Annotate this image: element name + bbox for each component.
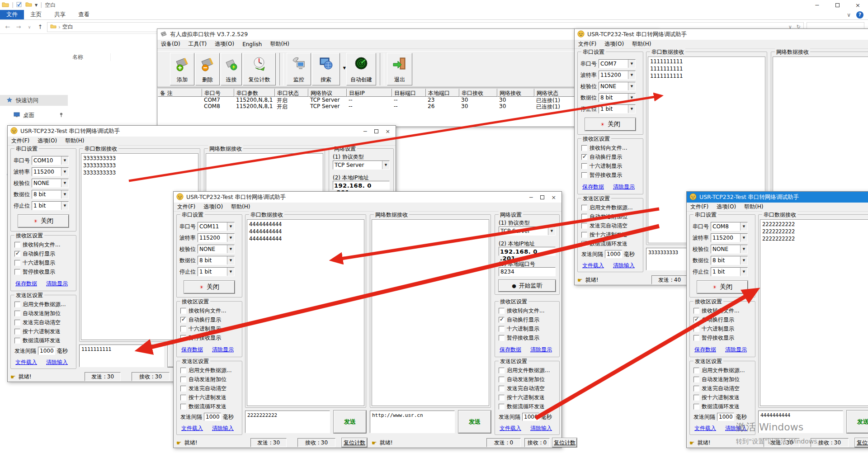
- load-file-link[interactable]: 文件载入: [582, 262, 604, 269]
- chevron-down-icon[interactable]: ▼: [61, 179, 68, 187]
- clear-display-link[interactable]: 清除显示: [725, 346, 747, 354]
- chevron-down-icon[interactable]: ▼: [740, 222, 747, 231]
- maximize-button[interactable]: [827, 0, 848, 10]
- parity-select[interactable]: NONE▼: [198, 245, 235, 254]
- menu-file[interactable]: 文件(F): [578, 40, 596, 48]
- auto-send-append-checkbox[interactable]: [581, 214, 587, 220]
- close-port-button[interactable]: ☀关闭: [184, 281, 235, 293]
- chevron-down-icon[interactable]: ▼: [61, 156, 68, 165]
- clear-input-link[interactable]: 清除输入: [212, 425, 234, 432]
- com-select[interactable]: COM8▼: [711, 222, 748, 231]
- chevron-down-icon[interactable]: ▼: [740, 268, 747, 276]
- network-send-input[interactable]: http://www.usr.cn: [370, 411, 455, 433]
- table-header[interactable]: 本地端口: [426, 89, 459, 97]
- menu-english[interactable]: English: [242, 41, 262, 47]
- pause-receive-checkbox[interactable]: [14, 269, 20, 275]
- close-button[interactable]: ×: [848, 0, 868, 10]
- receive-to-file-checkbox[interactable]: [581, 145, 587, 151]
- loop-send-checkbox[interactable]: [180, 404, 186, 410]
- parity-select[interactable]: NONE▼: [711, 245, 748, 254]
- interval-input[interactable]: 1000: [605, 250, 622, 258]
- menu-file[interactable]: 文件(F): [690, 203, 708, 211]
- interval-input[interactable]: 1000: [522, 413, 539, 421]
- serial-send-input[interactable]: 1111111111: [79, 345, 164, 367]
- tab-file[interactable]: 文件: [0, 10, 24, 19]
- close-port-button[interactable]: ☀关闭: [585, 118, 636, 131]
- close-button[interactable]: ×: [386, 128, 390, 135]
- sidebar-item-quick-access[interactable]: 快速访问: [0, 95, 68, 106]
- stopbits-select[interactable]: 1 bit▼: [32, 201, 69, 210]
- table-header[interactable]: 串口参数: [234, 89, 275, 97]
- receive-to-file-checkbox[interactable]: [499, 308, 505, 314]
- auto-send-append-checkbox[interactable]: [693, 377, 699, 382]
- file-data-source-checkbox[interactable]: [693, 368, 699, 373]
- table-header[interactable]: 串口号: [202, 89, 234, 97]
- forward-icon[interactable]: →: [14, 24, 23, 30]
- menu-help[interactable]: 帮助(H): [632, 40, 651, 48]
- interval-input[interactable]: 1000: [204, 413, 221, 421]
- com-select[interactable]: COM10▼: [32, 156, 69, 165]
- com-select[interactable]: COM11▼: [198, 222, 235, 231]
- protocol-select[interactable]: TCP Server▼: [499, 227, 556, 236]
- pause-receive-checkbox[interactable]: [693, 335, 699, 341]
- load-file-link[interactable]: 文件载入: [500, 425, 521, 432]
- menu-options[interactable]: 选项(O): [604, 40, 624, 48]
- menu-options[interactable]: 选项(O): [215, 40, 234, 48]
- clear-after-send-checkbox[interactable]: [693, 386, 699, 392]
- monitor-button[interactable]: 监控: [287, 53, 311, 85]
- file-data-source-checkbox[interactable]: [180, 368, 186, 373]
- load-file-link[interactable]: 文件载入: [181, 425, 203, 432]
- pause-receive-checkbox[interactable]: [180, 335, 186, 341]
- save-data-link[interactable]: 保存数据: [694, 346, 716, 354]
- chevron-down-icon[interactable]: ▼: [628, 82, 635, 90]
- chevron-down-icon[interactable]: ▼: [61, 190, 68, 198]
- save-data-link[interactable]: 保存数据: [181, 346, 203, 354]
- file-data-source-checkbox[interactable]: [14, 302, 20, 307]
- hex-display-checkbox[interactable]: [581, 163, 587, 169]
- auto-linefeed-checkbox[interactable]: [14, 251, 20, 257]
- save-data-link[interactable]: 保存数据: [582, 183, 604, 191]
- chevron-down-icon[interactable]: ▼: [61, 202, 68, 210]
- loop-send-checkbox[interactable]: [14, 338, 20, 344]
- column-header-name[interactable]: 名称: [72, 53, 111, 61]
- hex-display-checkbox[interactable]: [14, 260, 20, 266]
- auto-send-append-checkbox[interactable]: [499, 377, 505, 382]
- table-header[interactable]: 串口状态: [275, 89, 308, 97]
- file-data-source-checkbox[interactable]: [581, 205, 587, 211]
- reset-count-button[interactable]: 复位计数: [243, 53, 276, 85]
- chevron-down-icon[interactable]: ▼: [740, 245, 747, 253]
- chevron-down-icon[interactable]: ▼: [548, 227, 555, 235]
- close-button[interactable]: ×: [552, 194, 556, 201]
- clear-input-link[interactable]: 清除输入: [46, 359, 68, 366]
- clear-display-link[interactable]: 清除显示: [530, 346, 552, 354]
- local-ip-input[interactable]: 192.168. 0 .201: [499, 247, 556, 256]
- exit-button[interactable]: 退出: [387, 53, 412, 85]
- reset-count-button[interactable]: 复位计数: [552, 438, 577, 447]
- tab-home[interactable]: 主页: [24, 10, 48, 19]
- chevron-down-icon[interactable]: ▼: [227, 256, 234, 264]
- new-folder-icon[interactable]: [25, 2, 32, 9]
- table-header[interactable]: 目标IP: [347, 89, 392, 97]
- delete-button[interactable]: 删除: [195, 53, 220, 85]
- hex-display-checkbox[interactable]: [693, 326, 699, 332]
- menu-file[interactable]: 文件(F): [11, 137, 29, 145]
- stopbits-select[interactable]: 1 bit▼: [599, 104, 636, 113]
- back-icon[interactable]: ←: [4, 24, 12, 30]
- databits-select[interactable]: 8 bit▼: [32, 190, 69, 199]
- table-header[interactable]: 串口接收: [459, 89, 497, 97]
- table-header[interactable]: 网络接收: [497, 89, 534, 97]
- receive-to-file-checkbox[interactable]: [693, 308, 699, 314]
- send-as-hex-checkbox[interactable]: [499, 395, 505, 401]
- protocol-select[interactable]: TCP Server▼: [333, 161, 390, 170]
- chevron-down-icon[interactable]: ▼: [740, 234, 747, 242]
- breadcrumb[interactable]: 空白: [62, 23, 73, 31]
- file-data-source-checkbox[interactable]: [499, 368, 505, 373]
- auto-linefeed-checkbox[interactable]: [180, 317, 186, 323]
- send-as-hex-checkbox[interactable]: [581, 232, 587, 238]
- databits-select[interactable]: 8 bit▼: [599, 93, 636, 102]
- chevron-down-icon[interactable]: ▼: [61, 168, 68, 176]
- chevron-down-icon[interactable]: ▼: [227, 234, 234, 242]
- baud-select[interactable]: 115200▼: [32, 167, 69, 176]
- chevron-down-icon[interactable]: ▼: [227, 222, 234, 231]
- serial-send-button[interactable]: 发送: [334, 411, 366, 433]
